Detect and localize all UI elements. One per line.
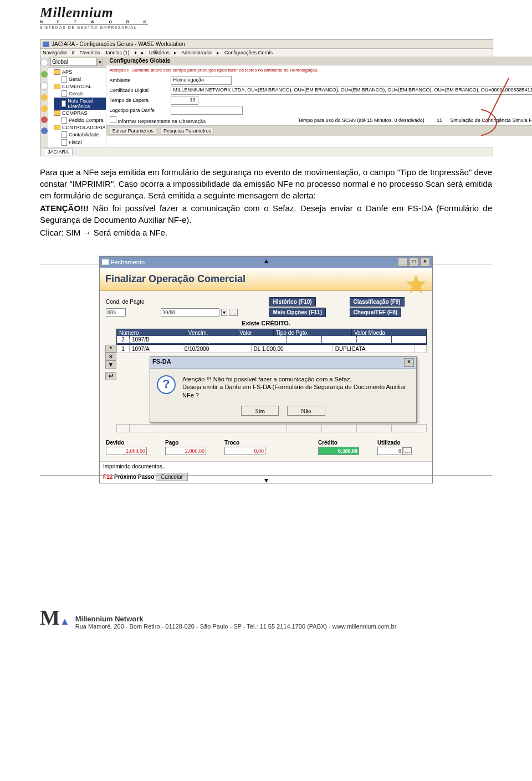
page-footer: M▲ Millennium Network Rua Mamoré, 200 - …: [0, 605, 532, 641]
dialog-line-2: Deseja emitir a Danfe em FS-DA (Formulár…: [182, 383, 410, 399]
side-icon[interactable]: [40, 59, 48, 67]
breadcrumb-utilitarios[interactable]: Utilitários: [149, 50, 170, 55]
folder-icon: [54, 84, 60, 89]
label-troco: Troco: [224, 439, 283, 446]
label-credito: Crédito: [318, 439, 377, 446]
side-icon[interactable]: [41, 94, 48, 101]
cond-field-2[interactable]: [161, 308, 219, 317]
field-label: Certificado Digital: [110, 88, 171, 93]
label-utilizado: Utilizado: [377, 439, 427, 446]
grid-ctl-add[interactable]: *: [105, 345, 116, 353]
screenshot-fechamento-window: Fechamento _ □ × Finalizar Operação Come…: [99, 256, 433, 483]
grid-ctl-del[interactable]: ×: [105, 353, 116, 360]
chevron-right-icon: ▸: [141, 50, 144, 55]
tree-item[interactable]: Fiscal: [54, 139, 106, 146]
logo-main: Millennium: [40, 4, 492, 21]
label-devido: Devido: [105, 439, 165, 446]
folder-icon: [54, 69, 60, 75]
window-title: JACIARA - Configurações Gerais - WASE Wo…: [52, 41, 185, 47]
tree-item[interactable]: Contabilidade: [54, 131, 106, 139]
field-label: Logotipo para Danfe: [110, 108, 171, 113]
grid-ctl-enter[interactable]: ↵: [105, 372, 116, 380]
ambiente-select[interactable]: Homologação: [171, 76, 232, 85]
troco-field[interactable]: [224, 447, 265, 455]
banner: Finalizar Operação Comercial ★: [100, 268, 432, 291]
tree-item[interactable]: APS: [54, 69, 106, 75]
breadcrumb-administrador[interactable]: Administrador: [181, 50, 212, 55]
simulacao-select[interactable]: Simula FS-DA: [512, 118, 532, 123]
historico-button[interactable]: Histórico (F10): [269, 297, 316, 307]
tree-item[interactable]: CONTROLADORIA: [54, 124, 106, 131]
menu-navegador[interactable]: Navegador: [43, 50, 67, 55]
footer-logo-icon: M▲: [40, 605, 70, 630]
dropdown-arrow-icon[interactable]: ▾: [221, 309, 227, 316]
paragraph-1: Para que a NFe seja emitida em formulári…: [40, 167, 492, 200]
table-row[interactable]: 1 1097/A0/10/2000DL 1.000,00DUPLICATA: [117, 345, 427, 353]
field-label: Ambiente: [110, 78, 171, 83]
chevron-right-icon: ▸: [174, 50, 177, 55]
utilizado-field[interactable]: [377, 447, 403, 455]
tree-item-label: Geral: [69, 76, 81, 82]
tree-item[interactable]: Geral: [54, 75, 106, 83]
tree-item-label: COMERCIAL: [62, 84, 92, 89]
side-icon[interactable]: [41, 127, 48, 134]
lookup-icon[interactable]: …: [229, 309, 238, 316]
lookup-icon[interactable]: …: [403, 447, 412, 455]
side-icon[interactable]: [40, 82, 48, 90]
label-pago: Pago: [165, 439, 224, 446]
menu-favoritos[interactable]: Favoritos: [80, 50, 100, 55]
tree-item[interactable]: Nota Fiscal Eletrônica: [54, 98, 106, 110]
logo-tagline: SISTEMAS DE GESTÃO EMPRESARIAL: [40, 24, 148, 29]
totals-section: Devido Pago Troco Crédito Utilizado …: [105, 439, 427, 456]
mais-opcoes-button[interactable]: Mais Opções (F11): [269, 308, 326, 317]
breadcrumb-config[interactable]: Configurações Gerais: [224, 50, 273, 55]
tree-item-label: CONTROLADORIA: [62, 125, 106, 130]
menu-janelas[interactable]: Janelas (1): [105, 50, 130, 55]
menu-sep: ♦: [134, 50, 137, 55]
scan-field[interactable]: 15: [426, 118, 442, 123]
grid-ctl-down[interactable]: ▾: [105, 360, 116, 369]
global-dropdown[interactable]: [50, 58, 97, 66]
tempo-espera-field[interactable]: 10: [171, 96, 198, 105]
tree-item-label: Contabilidade: [69, 132, 99, 137]
scan-label: Tempo para uso do SCAN (até 15 Minutos. …: [298, 118, 424, 123]
cond-field-1[interactable]: [106, 308, 126, 317]
close-button[interactable]: ×: [404, 358, 414, 367]
tab-jaciara[interactable]: JACIARA: [44, 148, 73, 155]
pago-field[interactable]: [165, 447, 206, 455]
nao-button[interactable]: Não: [287, 406, 325, 416]
document-icon: [62, 131, 67, 138]
tree-item[interactable]: Pedido Compra: [54, 116, 106, 124]
informar-checkbox[interactable]: [110, 116, 116, 123]
side-icon[interactable]: [41, 116, 48, 123]
salvar-button[interactable]: Salvar Parametros: [110, 127, 157, 135]
banner-title: Finalizar Operação Comercial: [105, 273, 427, 285]
table-row[interactable]: 2 1097/B: [117, 335, 427, 343]
field-label: Tempo de Espera: [110, 98, 171, 103]
footer-company: Millennium Network: [75, 615, 144, 623]
menu-ir[interactable]: Ir: [72, 50, 75, 55]
paragraph-2: Clicar: SIM → Será emitida a NFe.: [40, 227, 492, 238]
tree-panel: ▾ APSGeralCOMERCIALGeraisNota Fiscal Ele…: [48, 57, 106, 147]
folder-icon: [54, 125, 60, 130]
devido-field[interactable]: [106, 447, 147, 455]
simulacao-label: Simulação de Contingência: [450, 118, 511, 123]
chevron-right-icon: ▸: [217, 50, 219, 55]
dropdown-arrow-icon[interactable]: ▾: [97, 59, 103, 65]
tree-item[interactable]: Gerais: [54, 90, 106, 98]
sim-button[interactable]: Sim: [241, 406, 279, 416]
pesquisa-button[interactable]: Pesquisa Parametros: [161, 127, 214, 135]
side-icon[interactable]: [41, 105, 48, 112]
document-icon: [62, 100, 66, 107]
tree-item[interactable]: COMPRAS: [54, 110, 106, 116]
cheque-tef-button[interactable]: Cheque/TEF (F8): [350, 308, 401, 317]
side-icon[interactable]: [41, 71, 48, 78]
classificacao-button[interactable]: Classificação (F9): [350, 297, 405, 307]
logotipo-field[interactable]: [171, 106, 243, 115]
menubar[interactable]: Navegador Ir Favoritos Janelas (1) ♦ ▸ U…: [40, 49, 493, 57]
toolbar-sidebar: [40, 57, 48, 147]
certificado-field[interactable]: MILLENNIUM NETWORK LTDA, OU=(EM BRANCO),…: [171, 86, 532, 95]
tree-item[interactable]: COMERCIAL: [54, 83, 106, 90]
document-icon: [62, 117, 67, 124]
credito-field[interactable]: [318, 447, 359, 455]
